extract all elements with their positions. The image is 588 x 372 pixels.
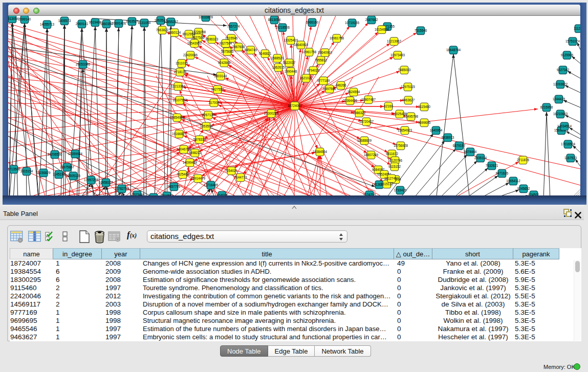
svg-text:9699695: 9699695 xyxy=(418,121,431,124)
svg-text:9242848: 9242848 xyxy=(218,61,231,64)
svg-text:12505135: 12505135 xyxy=(66,174,81,178)
svg-text:8813054: 8813054 xyxy=(268,18,281,21)
svg-text:6497568: 6497568 xyxy=(323,87,336,91)
svg-text:10961758: 10961758 xyxy=(302,50,317,54)
svg-text:13495798: 13495798 xyxy=(404,115,419,118)
svg-text:10654112: 10654112 xyxy=(506,179,520,183)
svg-text:22420046: 22420046 xyxy=(183,53,198,57)
svg-text:2711876: 2711876 xyxy=(517,158,530,162)
svg-text:19854983: 19854983 xyxy=(170,116,185,119)
svg-text:2718176: 2718176 xyxy=(174,70,187,74)
svg-text:5322037: 5322037 xyxy=(283,61,296,64)
svg-text:13654923: 13654923 xyxy=(398,128,412,132)
svg-text:1713506: 1713506 xyxy=(8,167,20,171)
svg-text:9115460: 9115460 xyxy=(418,105,431,108)
svg-text:10756928: 10756928 xyxy=(394,144,408,147)
svg-text:12975115: 12975115 xyxy=(401,85,415,89)
svg-text:1990448: 1990448 xyxy=(285,70,297,73)
svg-text:9129906: 9129906 xyxy=(561,53,574,57)
svg-text:9124705: 9124705 xyxy=(363,193,376,195)
svg-text:9777169: 9777169 xyxy=(317,79,330,82)
svg-text:7632621: 7632621 xyxy=(486,164,498,167)
svg-text:20364436: 20364436 xyxy=(343,99,358,102)
svg-text:2099140: 2099140 xyxy=(18,17,31,21)
svg-text:16648784: 16648784 xyxy=(446,48,461,52)
svg-text:924501: 924501 xyxy=(528,193,539,195)
svg-text:1313054: 1313054 xyxy=(8,17,19,20)
svg-text:10688609: 10688609 xyxy=(357,139,372,142)
svg-text:12213363: 12213363 xyxy=(171,84,186,88)
svg-text:7663822: 7663822 xyxy=(156,28,169,32)
svg-text:8471626: 8471626 xyxy=(496,171,509,175)
svg-text:8267130: 8267130 xyxy=(202,113,215,117)
svg-text:7485003: 7485003 xyxy=(398,68,411,72)
svg-text:746266: 746266 xyxy=(335,83,346,87)
svg-text:5498222: 5498222 xyxy=(189,151,202,155)
svg-text:9146821: 9146821 xyxy=(259,52,272,55)
svg-text:1621022: 1621022 xyxy=(300,76,313,80)
svg-text:1167533: 1167533 xyxy=(564,156,577,160)
svg-text:6879197: 6879197 xyxy=(453,144,466,147)
svg-text:8215958: 8215958 xyxy=(540,105,553,109)
svg-text:14055713: 14055713 xyxy=(40,23,55,26)
svg-text:12213967: 12213967 xyxy=(387,39,402,43)
svg-text:29053346: 29053346 xyxy=(76,62,91,66)
svg-text:9227342: 9227342 xyxy=(557,68,570,72)
svg-text:1640954: 1640954 xyxy=(430,128,443,132)
svg-text:10046788: 10046788 xyxy=(177,147,191,151)
svg-text:7857274: 7857274 xyxy=(227,25,240,28)
svg-text:14099489: 14099489 xyxy=(183,161,198,164)
svg-text:13716485: 13716485 xyxy=(204,183,219,187)
svg-text:19384554: 19384554 xyxy=(313,150,328,154)
svg-text:9857791: 9857791 xyxy=(168,185,181,188)
svg-text:3915154: 3915154 xyxy=(20,169,33,173)
svg-text:18724007: 18724007 xyxy=(288,104,302,107)
svg-text:1511035: 1511035 xyxy=(176,61,188,65)
svg-text:1588520: 1588520 xyxy=(271,56,284,60)
svg-text:11156829: 11156829 xyxy=(36,171,51,174)
svg-text:2069141: 2069141 xyxy=(76,22,89,26)
svg-text:9245652: 9245652 xyxy=(517,187,530,190)
svg-text:10807487: 10807487 xyxy=(361,98,376,101)
svg-text:12093822: 12093822 xyxy=(553,82,568,86)
svg-text:16107552: 16107552 xyxy=(172,98,187,102)
svg-text:2867608: 2867608 xyxy=(232,45,245,49)
svg-text:2935114: 2935114 xyxy=(474,156,487,160)
svg-text:16127463: 16127463 xyxy=(384,177,399,180)
svg-text:317004: 317004 xyxy=(208,101,220,104)
svg-text:1362615: 1362615 xyxy=(272,65,285,69)
svg-text:1063527: 1063527 xyxy=(126,19,139,23)
svg-text:16543952: 16543952 xyxy=(187,41,202,45)
svg-text:15720407: 15720407 xyxy=(359,120,374,123)
svg-text:1244415: 1244415 xyxy=(553,97,565,101)
svg-text:12034514: 12034514 xyxy=(557,124,572,128)
svg-text:9474444: 9474444 xyxy=(464,150,477,154)
svg-text:16154808: 16154808 xyxy=(375,28,389,31)
svg-text:10855287: 10855287 xyxy=(164,20,179,24)
svg-text:10719155: 10719155 xyxy=(345,21,360,25)
svg-text:5327505: 5327505 xyxy=(192,36,205,39)
svg-text:1733426: 1733426 xyxy=(394,188,407,192)
svg-text:13325419: 13325419 xyxy=(284,38,298,42)
svg-text:20691406: 20691406 xyxy=(112,21,126,25)
svg-text:2687682: 2687682 xyxy=(365,18,378,21)
svg-text:8912954: 8912954 xyxy=(183,32,195,36)
svg-text:5878334: 5878334 xyxy=(193,138,206,141)
svg-text:18807249: 18807249 xyxy=(364,153,379,157)
svg-text:10033809: 10033809 xyxy=(199,16,213,19)
svg-text:9427552: 9427552 xyxy=(211,87,224,91)
svg-text:7986322: 7986322 xyxy=(353,111,366,115)
svg-text:9811672: 9811672 xyxy=(386,152,399,156)
svg-text:974033: 974033 xyxy=(216,193,228,195)
svg-text:3624554: 3624554 xyxy=(347,90,360,94)
svg-text:8454749: 8454749 xyxy=(245,48,257,52)
svg-text:8794563: 8794563 xyxy=(161,194,173,195)
svg-text:9463627: 9463627 xyxy=(402,98,415,102)
svg-text:2803144: 2803144 xyxy=(214,74,227,78)
svg-text:7955812: 7955812 xyxy=(315,58,328,62)
svg-text:1353594: 1353594 xyxy=(200,124,213,128)
svg-text:23975867: 23975867 xyxy=(60,165,75,169)
svg-text:6794028: 6794028 xyxy=(307,69,320,72)
svg-text:1405573: 1405573 xyxy=(58,19,71,23)
svg-text:23300215: 23300215 xyxy=(264,112,279,115)
